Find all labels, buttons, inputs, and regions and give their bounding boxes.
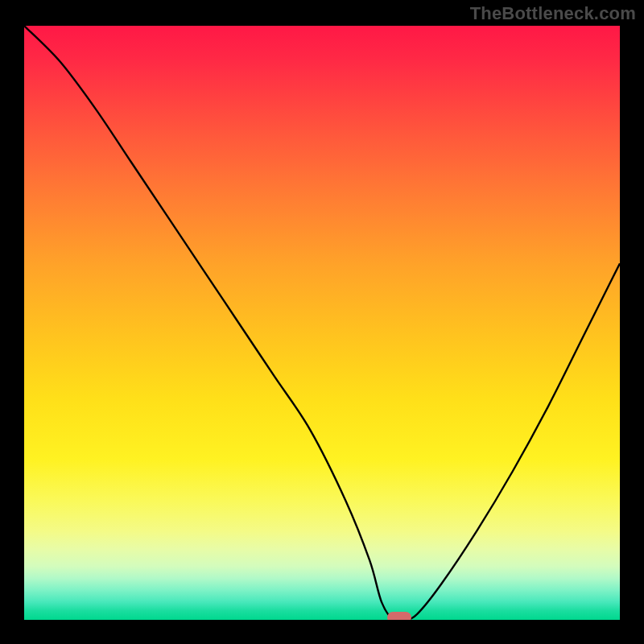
watermark-text: TheBottleneck.com — [470, 3, 636, 24]
curve-path — [24, 26, 620, 620]
chart-frame: TheBottleneck.com — [0, 0, 644, 644]
optimal-point-marker — [387, 612, 411, 620]
plot-area — [24, 26, 620, 620]
bottleneck-curve — [24, 26, 620, 620]
